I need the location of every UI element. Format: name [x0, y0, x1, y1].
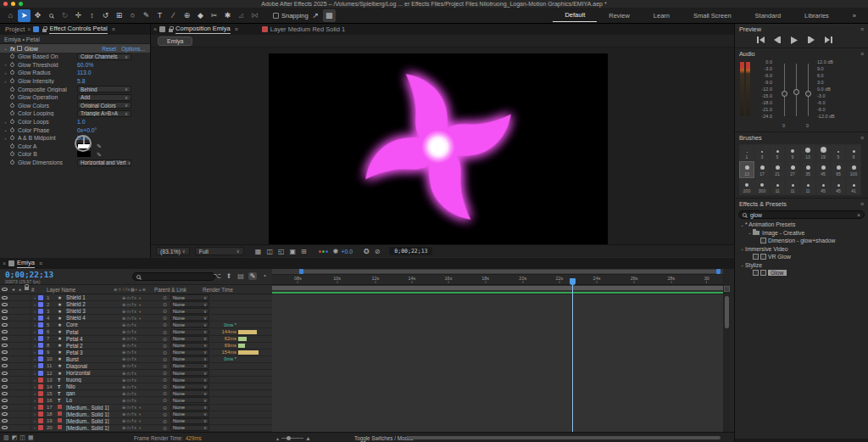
- work-area-bar[interactable]: [272, 269, 723, 275]
- next-frame-button[interactable]: [806, 36, 816, 44]
- brush-11[interactable]: 11: [800, 178, 815, 195]
- layer-label-swatch[interactable]: [38, 384, 43, 389]
- solo-column-icon[interactable]: ●: [19, 287, 21, 292]
- first-frame-button[interactable]: [755, 36, 765, 44]
- layer-visibility-toggle[interactable]: [0, 412, 8, 416]
- layer-switches[interactable]: ⊕◇∕fx ◐: [122, 309, 163, 314]
- layer-visibility-toggle[interactable]: [0, 399, 8, 402]
- layer-visibility-toggle[interactable]: [0, 323, 8, 327]
- zoom-slider-knob[interactable]: [287, 436, 291, 440]
- parent-dropdown[interactable]: None∨: [170, 343, 209, 349]
- layer-switches[interactable]: ⊕◇∕fx ◐: [122, 302, 163, 307]
- parent-dropdown[interactable]: None∨: [170, 405, 209, 411]
- stopwatch-icon[interactable]: [10, 111, 14, 115]
- time-ruler[interactable]: 08s10s12s14s16s18s20s22s24s26s28s30: [272, 275, 723, 285]
- audio-level-left-value[interactable]: 0: [782, 123, 785, 128]
- layer-visibility-toggle[interactable]: [0, 385, 8, 389]
- layer-switches[interactable]: ⊕◇∕fx ◐: [122, 295, 163, 300]
- timeline-timecode[interactable]: 0;00;22;13: [5, 270, 53, 279]
- layer-switches[interactable]: ⊕◇∕fx: [122, 391, 163, 396]
- layer-name[interactable]: Shield 2: [66, 301, 122, 307]
- layer-row[interactable]: ›7★Petal 4⊕◇∕fx⊙None∨62ms: [0, 336, 272, 343]
- mini-flowchart-icon[interactable]: ⌥: [213, 272, 221, 280]
- channel-icon[interactable]: [319, 250, 328, 253]
- parent-dropdown[interactable]: None∨: [170, 322, 209, 327]
- layer-row[interactable]: ›9★Petal 3⊕◇∕fx⊙None∨154ms: [0, 350, 272, 356]
- choose-grid-icon[interactable]: ▦: [255, 248, 262, 255]
- parent-pickwhip-icon[interactable]: ⊙: [163, 411, 170, 417]
- brush-100[interactable]: 100: [846, 161, 861, 178]
- parent-dropdown[interactable]: None∨: [170, 308, 209, 314]
- brush-1[interactable]: 1: [739, 144, 754, 161]
- layer-expander[interactable]: ›: [31, 363, 38, 368]
- layer-label-swatch[interactable]: [38, 343, 43, 348]
- parent-pickwhip-icon[interactable]: ⊙: [163, 356, 170, 362]
- layer-visibility-toggle[interactable]: [0, 364, 8, 367]
- property-dropdown[interactable]: Original Colors∨: [77, 102, 131, 109]
- parent-pickwhip-icon[interactable]: ⊙: [163, 370, 170, 376]
- layer-row[interactable]: ›16TLo⊕◇∕fx⊙None∨: [0, 397, 272, 404]
- shy-layers-icon[interactable]: ▤: [236, 272, 245, 280]
- stopwatch-icon[interactable]: [10, 128, 14, 132]
- layer-row[interactable]: ›5★Core⊕◇∕fx⊙None∨0ms *: [0, 322, 272, 328]
- layer-row[interactable]: ›19[Medium.. Solid 1]⊕◇∕fx ◐⊙None∨: [0, 418, 272, 425]
- workspace-learn[interactable]: Learn: [642, 9, 682, 22]
- parent-pickwhip-icon[interactable]: ⊙: [163, 425, 170, 431]
- layer-expander[interactable]: ›: [31, 405, 38, 410]
- parent-dropdown[interactable]: None∨: [170, 370, 209, 376]
- snapping-checkbox[interactable]: [273, 13, 279, 19]
- layer-row[interactable]: ›6★Petal⊕◇∕fx⊙None∨144ms: [0, 328, 272, 335]
- layer-name[interactable]: Core: [66, 322, 122, 327]
- layer-switches[interactable]: ⊕◇∕fx ◐: [122, 418, 163, 423]
- layer-visibility-toggle[interactable]: [0, 330, 8, 333]
- layer-expander[interactable]: ›: [31, 322, 38, 327]
- brush-65[interactable]: 65: [831, 161, 846, 178]
- tree-item--animation-presets[interactable]: ⌄* Animation Presets: [735, 221, 868, 229]
- preview-menu-icon[interactable]: ≡: [860, 26, 864, 32]
- layer-visibility-toggle[interactable]: [0, 310, 8, 313]
- audio-slider-master-knob[interactable]: [793, 89, 799, 95]
- expand-inout-icon[interactable]: ◫: [19, 434, 25, 441]
- camera-bounds-icon[interactable]: ⋈: [248, 9, 261, 22]
- layer-expander[interactable]: ›: [31, 343, 38, 348]
- layer-label-swatch[interactable]: [38, 295, 43, 300]
- layer-visibility-toggle[interactable]: [0, 316, 8, 320]
- layer-name[interactable]: [Medium.. Solid 1]: [66, 425, 122, 431]
- property-dropdown[interactable]: Behind∨: [77, 86, 131, 92]
- brush-300[interactable]: 300: [754, 178, 770, 195]
- parent-dropdown[interactable]: None∨: [170, 301, 209, 307]
- stopwatch-icon[interactable]: [10, 70, 14, 75]
- work-area-end-handle[interactable]: [716, 269, 721, 274]
- layer-switches[interactable]: ⊕◇∕fx: [122, 350, 163, 355]
- parent-pickwhip-icon[interactable]: ⊙: [163, 315, 170, 321]
- stopwatch-icon[interactable]: [10, 144, 14, 148]
- region-of-interest-icon[interactable]: ◱: [278, 248, 285, 255]
- snapping-toggle[interactable]: Snapping: [273, 12, 309, 20]
- layer-row[interactable]: ›14TNilo⊕◇∕fx⊙None∨: [0, 383, 272, 390]
- layer-expander[interactable]: ›: [31, 329, 38, 334]
- composition-frame[interactable]: [269, 53, 608, 244]
- timeline-horizontal-scrollbar[interactable]: [407, 436, 721, 439]
- layer-switches[interactable]: ⊕◇∕fx ◐: [122, 411, 163, 417]
- brush-17[interactable]: 17: [754, 161, 770, 178]
- workspace-default[interactable]: Default: [553, 8, 597, 22]
- layer-label-swatch[interactable]: [38, 363, 43, 368]
- layer-switches[interactable]: ⊕◇∕fx ◐: [122, 316, 163, 321]
- property-color-looping[interactable]: Color LoopingTriangle A>B>A∨: [0, 109, 150, 118]
- parent-pickwhip-icon[interactable]: ⊙: [163, 329, 170, 335]
- layer-name[interactable]: Petal: [66, 329, 122, 335]
- timeline-search-input[interactable]: [132, 272, 215, 281]
- property-glow-threshold[interactable]: ›Glow Threshold60.0%: [0, 61, 150, 70]
- parent-pickwhip-icon[interactable]: ⊙: [163, 336, 170, 342]
- frame-blending-icon[interactable]: ✎: [248, 272, 257, 280]
- workspace-review[interactable]: Review: [597, 9, 642, 22]
- layer-row[interactable]: ›20[Medium.. Solid 1]⊕◇∕fx ◐⊙None∨: [0, 425, 272, 432]
- parent-link-column-header[interactable]: Parent & Link: [154, 287, 203, 293]
- parent-pickwhip-icon[interactable]: ⊙: [163, 350, 170, 355]
- brush-9[interactable]: 9: [846, 144, 861, 161]
- workspace-small-screen[interactable]: Small Screen: [682, 9, 743, 22]
- timeline-vertical-scrollbar[interactable]: [723, 269, 731, 432]
- brushes-menu-icon[interactable]: ≡: [860, 135, 864, 141]
- layer-label-swatch[interactable]: [38, 418, 43, 423]
- tab-effect-controls[interactable]: Effect Controls Petal: [49, 25, 107, 34]
